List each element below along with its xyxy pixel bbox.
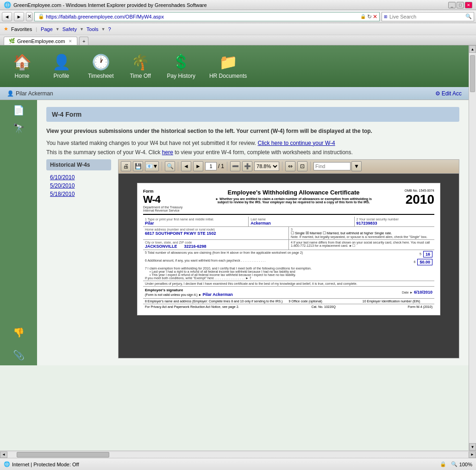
hr-documents-icon: 📁	[219, 53, 238, 71]
document-icon[interactable]: 📄	[13, 105, 25, 116]
close-button[interactable]: ✕	[465, 2, 472, 8]
browser-tab[interactable]: 🌿 GreenEmployee.com ✕	[4, 37, 77, 45]
live-search-logo: ⊞	[384, 14, 388, 19]
lock-icon: 🔒	[38, 13, 44, 19]
w4-field1-label: 1 Type or print your first name and midd…	[145, 218, 246, 221]
pdf-next-button[interactable]: ►	[193, 161, 203, 171]
w4-address-label: Home address (number and street or rural…	[145, 228, 287, 231]
pdf-zoom-select[interactable]: 78.8%	[254, 162, 279, 171]
pdf-print-button[interactable]: 🖨	[121, 161, 131, 171]
search-bar[interactable]: ⊞ 🔍	[382, 12, 474, 21]
page-header: W-4 Form	[46, 107, 459, 122]
w4-line5-value: 16	[423, 251, 432, 257]
pdf-page-of: /	[218, 163, 219, 169]
nav-pay-history[interactable]: 💲 Pay History	[167, 53, 195, 79]
edit-account-link[interactable]: ⚙ Edit Acc	[435, 90, 462, 97]
edit-account-icon: ⚙	[435, 90, 440, 97]
w4-line7-exempt: If you meet both conditions, write "Exem…	[145, 276, 432, 280]
thumbs-down-icon[interactable]: 👎	[13, 327, 25, 338]
vertical-scrollbar[interactable]: ▲ ▼	[469, 45, 476, 451]
search-input[interactable]	[389, 14, 463, 19]
search-go-icon[interactable]: 🔍	[465, 13, 472, 19]
w4-lines-cell: 5 Total number of allowances you are cla…	[143, 250, 434, 281]
nav-hr-documents[interactable]: 📁 HR Documents	[209, 53, 247, 79]
w4-last-name-cell: Last name Ackerman	[249, 217, 354, 226]
nav-time-off[interactable]: 🌴 Time Off	[128, 53, 153, 79]
restore-button[interactable]: □	[457, 2, 464, 8]
stop-icon[interactable]: ✕	[373, 13, 377, 20]
pdf-page-indicator: / 1	[205, 162, 224, 170]
reload-button[interactable]: ✕	[26, 12, 32, 21]
new-tab-button[interactable]: +	[79, 37, 88, 45]
nav-home[interactable]: 🏠 Home	[9, 53, 35, 79]
pdf-email-button[interactable]: 📧▼	[145, 161, 159, 171]
hist-link-0[interactable]: 6/10/2010	[50, 174, 111, 181]
w4-penalty-text: Under penalties of perjury, I declare th…	[145, 282, 432, 285]
pdf-zoom-out-button[interactable]: ➖	[230, 161, 240, 171]
w4-filing-note: Note. If married, but legally separated,…	[291, 235, 432, 238]
safety-button[interactable]: Safety	[63, 26, 77, 32]
hscroll-thumb[interactable]	[17, 452, 109, 457]
w4-office-label: 9 Office code (optional)	[289, 300, 359, 303]
main-navigation: 🏠 Home 👤 Profile 🕐 Timesheet 🌴 Time Off …	[0, 45, 469, 87]
pdf-separator-4	[282, 162, 282, 171]
pdf-find-arrow-button[interactable]: ▼	[351, 161, 362, 171]
w4-filing-cell: 3 ☐ Single ☒ Married ☐ Married, but with…	[289, 227, 434, 239]
scroll-left-arrow[interactable]: ◄	[0, 451, 7, 458]
hist-link-1[interactable]: 5/20/2010	[50, 182, 111, 189]
status-zone-text: Internet | Protected Mode: Off	[12, 462, 79, 467]
address-bar[interactable]: 🔒 https://fabifab.greenemployee.com/OBF/…	[34, 12, 380, 21]
title-bar: 🌐 GreenEmployee.com - Windows Internet E…	[0, 0, 476, 10]
attachment-icon[interactable]: 📎	[13, 350, 25, 361]
pdf-toolbar: 🖨 💾 📧▼ 🔍 ◄ ► /	[118, 159, 459, 173]
nav-profile[interactable]: 👤 Profile	[49, 53, 74, 79]
w4-city-label: City or town, state, and ZIP code	[145, 241, 207, 244]
horizontal-scrollbar[interactable]: ◄ ►	[0, 451, 476, 458]
scroll-up-arrow[interactable]: ▲	[469, 45, 476, 53]
w4-sig-label: Employee's signature	[145, 288, 402, 292]
pdf-search-button[interactable]: 🔍	[165, 161, 175, 171]
scroll-thumb[interactable]	[470, 55, 475, 92]
back-button[interactable]: ◄	[2, 12, 12, 21]
pdf-fit-width-button[interactable]: ⇔	[285, 161, 295, 171]
w4-irs: Internal Revenue Service	[143, 209, 182, 212]
w4-filing-status: ☐ Single ☒ Married ☐ Married, but withho…	[291, 231, 432, 235]
w4-dept: Department of the Treasury	[143, 206, 182, 209]
hist-link-2[interactable]: 5/18/2010	[50, 191, 111, 197]
w4-last-name-label: Last name	[251, 218, 352, 221]
refresh-icon[interactable]: ↻	[367, 13, 372, 20]
nav-profile-label: Profile	[53, 73, 69, 79]
binoculars-icon[interactable]: 🔭	[13, 123, 25, 134]
scroll-right-arrow[interactable]: ►	[469, 451, 476, 458]
w4-subtitle1: ► Whether you are entitled to claim a ce…	[187, 197, 400, 201]
nav-timesheet[interactable]: 🕐 Timesheet	[88, 53, 114, 79]
favorites-label[interactable]: Favorites	[11, 26, 32, 32]
page-title: W-4 Form	[52, 111, 81, 118]
w4-first-name: Pilar	[145, 221, 246, 226]
minimize-button[interactable]: _	[448, 2, 456, 8]
pdf-zoom-in-button[interactable]: ➕	[242, 161, 252, 171]
nav-timesheet-label: Timesheet	[88, 73, 114, 79]
window-title: GreenEmployee.com - Windows Internet Exp…	[13, 2, 448, 8]
tab-close-icon[interactable]: ✕	[69, 39, 72, 44]
main-scroll-area: 🏠 Home 👤 Profile 🕐 Timesheet 🌴 Time Off …	[0, 45, 469, 451]
scroll-down-arrow[interactable]: ▼	[469, 443, 476, 451]
continue-w4-link[interactable]: Click here to continue your W-4	[257, 140, 335, 146]
left-panel: 📄 🔭 👎 📎	[0, 100, 37, 365]
w4-form-header: Form W-4 Department of the Treasury Inte…	[143, 189, 434, 215]
pdf-page-input[interactable]	[205, 162, 217, 170]
here-link[interactable]: here	[162, 149, 173, 156]
page-button[interactable]: Page	[41, 26, 53, 32]
pdf-find-input[interactable]	[313, 162, 351, 170]
help-button[interactable]: ?	[108, 26, 111, 32]
pdf-fit-page-button[interactable]: ⊡	[297, 161, 307, 171]
w4-privacy-text: For Privacy Act and Paperwork Reduction …	[145, 305, 239, 308]
pdf-prev-button[interactable]: ◄	[181, 161, 191, 171]
pdf-save-button[interactable]: 💾	[133, 161, 143, 171]
forward-button[interactable]: ►	[14, 12, 24, 21]
tools-button[interactable]: Tools	[87, 26, 99, 32]
home-icon: 🏠	[13, 53, 31, 71]
w4-year: 2010	[405, 192, 434, 207]
w4-main-title: Employee's Withholding Allowance Certifi…	[182, 189, 405, 204]
toolbar-bar: ★ Favorites | Page ▼ Safety ▼ Tools ▼ ?	[0, 23, 476, 35]
